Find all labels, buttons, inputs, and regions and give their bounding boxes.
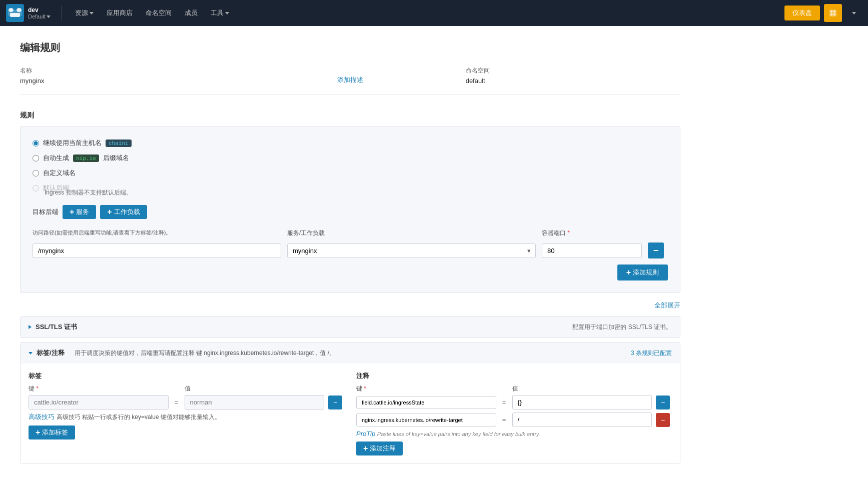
- svg-rect-4: [829, 10, 836, 16]
- target-backends-row: 目标后端 + 服务 + 工作负载: [33, 205, 668, 219]
- radio-default-backend[interactable]: [33, 185, 39, 192]
- path-input[interactable]: [33, 244, 281, 258]
- brand-dropdown-icon: [47, 16, 51, 18]
- add-workload-button[interactable]: + 工作负载: [100, 205, 147, 219]
- tools-dropdown-icon: [225, 12, 229, 14]
- port-col-label: 容器端口 *: [542, 229, 642, 238]
- radio-item-default-backend: 默认后端 Ingress 控制器不支持默认后端。: [33, 184, 668, 197]
- nav-item-namespace[interactable]: 命名空间: [140, 6, 178, 20]
- labels-grid: 标签 键 * 值 =: [29, 372, 672, 456]
- ann-value-input-1[interactable]: [512, 395, 652, 410]
- radio-item-auto-generate[interactable]: 自动生成 nip.io 后缀域名: [33, 154, 668, 162]
- nav-item-resources[interactable]: 资源: [69, 6, 100, 20]
- label-key-input[interactable]: [29, 395, 169, 410]
- add-desc-link[interactable]: 添加描述: [337, 76, 363, 84]
- nav-item-tools[interactable]: 工具: [205, 6, 235, 20]
- labels-kv-header: 键 * 值: [29, 384, 344, 393]
- svg-rect-8: [833, 14, 835, 16]
- nav-item-appstore[interactable]: 应用商店: [101, 6, 139, 20]
- remove-ann-button-1[interactable]: −: [656, 396, 670, 410]
- name-value: mynginx: [20, 77, 235, 84]
- nip-badge: nip.io: [73, 154, 99, 162]
- annotation-row-1: = −: [356, 395, 672, 410]
- target-backends-label: 目标后端: [33, 208, 59, 216]
- remove-ann-icon-2: −: [661, 416, 665, 424]
- tip-text: 高级技巧 粘贴一行或多行的 key=value 键值对能够批量输入。: [57, 414, 221, 420]
- ann-key-input-2[interactable]: [356, 414, 496, 426]
- ssl-chevron-icon: [29, 325, 32, 329]
- path-table-row: mynginx −: [33, 242, 668, 258]
- radio-item-current-hostname[interactable]: 继续使用当前主机名 chaini: [33, 138, 668, 148]
- nav-logo: [6, 4, 24, 22]
- svg-point-1: [9, 8, 14, 12]
- add-service-button[interactable]: + 服务: [63, 205, 96, 219]
- label-tip: 高级技巧 高级技巧 粘贴一行或多行的 key=value 键值对能够批量输入。: [29, 412, 344, 422]
- ann-key-input-1[interactable]: [356, 396, 496, 409]
- remove-path-button[interactable]: −: [648, 242, 664, 258]
- name-label: 名称: [20, 66, 235, 75]
- radio-item-custom[interactable]: 自定义域名: [33, 168, 668, 178]
- nav-right: 仪表盘: [784, 4, 862, 22]
- svg-rect-6: [833, 10, 835, 12]
- service-select[interactable]: mynginx: [287, 244, 536, 258]
- nav-divider: [62, 6, 62, 20]
- remove-label-icon: −: [333, 398, 337, 406]
- plus-icon-rule: +: [626, 268, 631, 277]
- svg-point-2: [17, 8, 22, 12]
- radio-auto-generate[interactable]: [33, 155, 39, 162]
- ann-value-col: 值: [512, 384, 652, 393]
- rules-box: 继续使用当前主机名 chaini 自动生成 nip.io 后缀域名 自定义域名 …: [20, 126, 680, 293]
- add-rule-row: + 添加规则: [33, 264, 668, 280]
- expand-all-link[interactable]: 全部展开: [654, 301, 680, 310]
- plus-icon-annotation: +: [363, 444, 368, 453]
- page-content: 编辑规则 名称 mynginx 添加描述 命名空间 default 规则 继续使…: [0, 26, 700, 478]
- port-input[interactable]: [542, 244, 642, 258]
- radio-group: 继续使用当前主机名 chaini 自动生成 nip.io 后缀域名 自定义域名 …: [33, 138, 668, 197]
- user-dropdown-icon: [852, 12, 856, 14]
- minus-icon: −: [653, 246, 659, 256]
- path-table-header: 访问路径(如需使用后端重写功能,请查看下方标签/注释)。 服务/工作负载 容器端…: [33, 227, 668, 240]
- namespace-label: 命名空间: [466, 66, 680, 75]
- namespace-field: 命名空间 default: [466, 66, 680, 84]
- ann-value-input-2[interactable]: [512, 412, 652, 427]
- ssl-desc: 配置用于端口加密的 SSL/TLS 证书。: [572, 323, 672, 332]
- annotations-section-header[interactable]: 标签/注释 用于调度决策的键值对，后端重写请配置注释 键 nginx.ingre…: [21, 342, 680, 364]
- nav-user-menu[interactable]: [846, 9, 862, 18]
- navbar: dev Default 资源 应用商店 命名空间 成员 工具 仪表盘: [0, 0, 868, 26]
- annotations-kv-header: 键 * 值: [356, 384, 672, 393]
- nav-menu: 资源 应用商店 命名空间 成员 工具: [69, 6, 780, 20]
- annotations-col: 注释 键 * 值 =: [356, 372, 672, 456]
- nav-brand-default[interactable]: Default: [28, 14, 51, 20]
- remove-ann-icon-1: −: [661, 398, 665, 406]
- annotations-badge: 3 条规则已配置: [631, 349, 672, 358]
- add-rule-button[interactable]: + 添加规则: [617, 264, 668, 280]
- add-annotation-button[interactable]: + 添加注释: [356, 442, 403, 456]
- remove-ann-button-2[interactable]: −: [656, 413, 670, 427]
- svg-rect-5: [830, 10, 832, 12]
- annotations-chevron-icon: [29, 352, 33, 354]
- path-col-label: 访问路径(如需使用后端重写功能,请查看下方标签/注释)。: [33, 229, 281, 238]
- nav-brand: dev Default: [28, 6, 51, 20]
- labels-col: 标签 键 * 值 =: [29, 372, 344, 456]
- expand-row: 全部展开: [20, 301, 680, 310]
- radio-current-hostname[interactable]: [33, 140, 39, 146]
- nav-item-members[interactable]: 成员: [179, 6, 204, 20]
- labels-col-title: 标签: [29, 372, 344, 380]
- user-icon-button[interactable]: [824, 4, 842, 22]
- add-label-button[interactable]: + 添加标签: [29, 426, 75, 440]
- plus-icon-service: +: [70, 208, 74, 216]
- radio-label-auto2: 后缀域名: [103, 154, 129, 162]
- radio-label-auto1: 自动生成: [43, 154, 69, 162]
- ann-key-col: 键 *: [356, 384, 496, 393]
- ssl-title: SSL/TLS 证书: [36, 322, 77, 332]
- name-field: 名称 mynginx: [20, 66, 235, 84]
- svg-rect-3: [10, 13, 20, 17]
- ssl-section-header[interactable]: SSL/TLS 证书 配置用于端口加密的 SSL/TLS 证书。: [21, 316, 680, 338]
- dashboard-button[interactable]: 仪表盘: [784, 6, 820, 20]
- path-table: 访问路径(如需使用后端重写功能,请查看下方标签/注释)。 服务/工作负载 容器端…: [33, 227, 668, 258]
- label-row: = −: [29, 395, 344, 410]
- radio-custom[interactable]: [33, 170, 39, 176]
- ann-tip: ProTip Paste lines of key=value pairs in…: [356, 430, 672, 438]
- remove-label-button[interactable]: −: [328, 396, 342, 410]
- label-value-input[interactable]: [185, 395, 325, 410]
